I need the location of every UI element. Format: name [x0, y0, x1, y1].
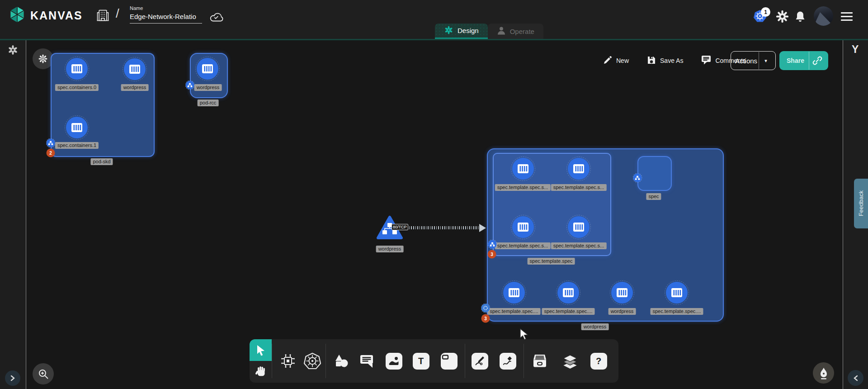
node-label: spec.containers.0 [55, 84, 99, 91]
node-label: spec.template.spec.... [488, 308, 541, 315]
container-node[interactable] [611, 282, 633, 304]
actions-label: Actions [734, 57, 759, 65]
pod-icon-badge[interactable] [186, 81, 194, 90]
text-tool-glyph: T [418, 356, 424, 366]
tab-design[interactable]: Design [435, 24, 488, 39]
kanvas-logo-icon [8, 5, 27, 25]
container-node-wordpress[interactable] [124, 58, 146, 80]
copy-link-icon[interactable] [809, 56, 826, 66]
container-node[interactable] [512, 216, 534, 238]
user-avatar[interactable] [814, 6, 833, 26]
left-rail-spiral-icon[interactable] [7, 44, 19, 56]
comment-tool[interactable] [357, 339, 377, 383]
node-label: spec.template.spec.s... [551, 242, 607, 249]
pod-icon-badge[interactable] [47, 139, 55, 147]
dock-divider [326, 344, 326, 378]
pen-tool[interactable] [470, 339, 490, 383]
spec-template-spec-group[interactable] [493, 153, 611, 256]
new-pencil-icon [603, 56, 612, 66]
edge-arrowhead-icon [479, 224, 486, 232]
logo-text: KANVAS [30, 9, 83, 22]
spec-node-label: spec [646, 193, 661, 200]
collapse-right-panel-button[interactable] [848, 370, 863, 386]
kubernetes-context-count-badge: 1 [761, 7, 770, 17]
save-as-button[interactable]: Save As [643, 56, 687, 66]
pod-skd-group-label: pod-skd [90, 158, 113, 165]
help-tool[interactable]: ? [589, 339, 609, 383]
zoom-button[interactable] [33, 363, 54, 384]
pod-rcc-group-label: pod-rcc [198, 100, 219, 106]
breadcrumb-separator: / [116, 6, 119, 21]
container-node[interactable] [666, 282, 688, 304]
container-node[interactable] [512, 158, 534, 180]
pod-icon-badge[interactable] [633, 174, 642, 182]
dock-divider [465, 344, 465, 378]
notifications-bell-icon[interactable] [795, 10, 806, 24]
settings-gear-icon[interactable] [776, 10, 788, 24]
error-count-badge[interactable]: 2 [47, 149, 55, 157]
node-label: wordpress [121, 84, 149, 91]
comments-icon [701, 55, 711, 66]
operate-tab-icon [497, 26, 506, 37]
menu-hamburger-icon[interactable] [841, 12, 853, 23]
pen-nib-button[interactable] [813, 362, 834, 384]
avatar-mountain [814, 12, 833, 26]
edge-port-label: 80/TCP [392, 224, 408, 230]
kanvas-app: KANVAS / Name [0, 0, 868, 389]
actions-button[interactable]: Actions ▾ [731, 51, 776, 70]
mode-tabs: Design Operate [435, 24, 543, 39]
tab-operate[interactable]: Operate [488, 24, 543, 39]
node-label: spec.template.spec.s... [495, 184, 551, 191]
select-tool[interactable] [250, 339, 272, 361]
new-label: New [616, 57, 629, 64]
design-tab-label: Design [458, 27, 479, 34]
pan-tool[interactable] [250, 361, 272, 383]
text-tool[interactable]: T [411, 339, 431, 383]
error-count-badge[interactable]: 3 [488, 250, 496, 259]
right-rail-y-icon[interactable]: Y [852, 43, 859, 56]
note-tool[interactable] [439, 339, 459, 383]
expand-left-panel-button[interactable] [5, 370, 20, 386]
canvas-top-border [0, 39, 868, 40]
node-label: spec.template.spec.s... [551, 184, 607, 191]
pod-icon-badge[interactable] [488, 240, 497, 249]
cloud-saved-icon [210, 12, 223, 24]
node-label: spec.template.spec.... [542, 308, 595, 315]
freehand-tool[interactable] [498, 339, 518, 383]
container-node[interactable] [557, 282, 579, 304]
new-button[interactable]: New [599, 56, 632, 66]
node-label: wordpress [609, 308, 636, 315]
dock-divider [272, 344, 272, 378]
header: KANVAS / Name [0, 0, 868, 39]
dock-divider [524, 344, 524, 378]
mouse-cursor-icon [519, 328, 530, 342]
feedback-tab[interactable]: Feedback [854, 179, 868, 228]
design-name-field: Name [130, 5, 202, 24]
shapes-tool[interactable] [331, 339, 351, 383]
design-name-input[interactable] [130, 13, 202, 24]
spec-node[interactable] [637, 156, 672, 191]
organization-icon[interactable] [97, 7, 109, 24]
node-label: spec.template.spec.... [651, 308, 703, 315]
kubernetes-tool[interactable] [302, 339, 322, 383]
actions-caret-icon[interactable]: ▾ [759, 58, 773, 64]
design-toolbar: New Save As Comments [599, 51, 750, 70]
image-tool[interactable] [384, 339, 404, 383]
error-count-badge[interactable]: 3 [481, 314, 490, 323]
save-as-label: Save As [660, 57, 683, 64]
container-node-spec-containers-1[interactable] [66, 117, 88, 138]
component-tool[interactable] [278, 339, 298, 383]
share-button[interactable]: Share [779, 51, 828, 70]
container-node[interactable] [568, 216, 590, 238]
layers-tool[interactable] [560, 339, 580, 383]
container-node[interactable] [568, 158, 590, 180]
kanvas-logo[interactable]: KANVAS [8, 5, 83, 25]
service-to-deployment-edge[interactable] [403, 226, 482, 229]
container-node-spec-containers-0[interactable] [66, 58, 88, 80]
container-node[interactable] [503, 282, 525, 304]
container-node-wordpress-rcc[interactable] [197, 58, 218, 80]
help-tool-tile: ? [590, 353, 607, 370]
operate-tab-label: Operate [510, 28, 534, 35]
drawer-tool[interactable] [530, 339, 550, 383]
deployment-icon-badge[interactable] [481, 304, 490, 313]
